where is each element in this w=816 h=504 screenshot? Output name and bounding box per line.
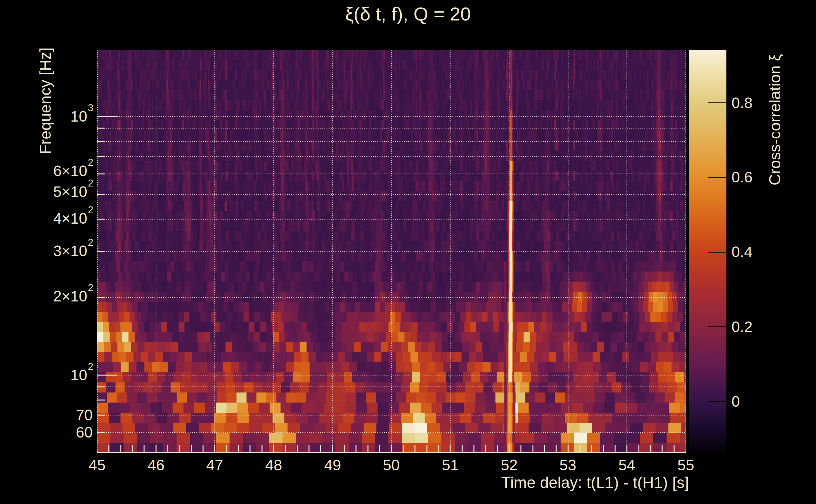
x-tick-47: 47 [189,457,240,474]
colorbar [689,50,727,453]
x-tick-52: 52 [484,457,534,474]
y-tick-200: 2×102 [53,288,93,305]
x-tick-45: 45 [72,457,122,474]
colorbar-tick [708,177,726,178]
x-tick-50: 50 [366,457,417,474]
x-tick-51: 51 [425,457,475,474]
colorbar-label-0.2: 0.2 [732,318,753,335]
y-axis-label: Frequency [Hz] [37,47,54,154]
x-tick-54: 54 [601,457,652,474]
y-tick-600: 6×102 [53,163,93,180]
y-tick-300: 3×102 [53,243,93,260]
x-axis-label: Time delay: t(L1) - t(H1) [s] [501,474,689,491]
y-tick-500: 5×102 [53,183,93,200]
y-tick-60: 60 [76,424,93,441]
colorbar-label-0.4: 0.4 [732,243,753,261]
y-tick-1000: 103 [70,108,93,125]
plot-title: ξ(δ t, f), Q = 20 [0,4,816,25]
figure-page: { "title": "ξ(δ t, f), Q = 20", "x_axis"… [0,0,816,504]
x-tick-55: 55 [661,457,711,474]
x-tick-49: 49 [308,457,358,474]
colorbar-tick [708,401,726,402]
y-tick-70: 70 [76,407,93,424]
colorbar-label-0.6: 0.6 [732,169,753,186]
x-tick-46: 46 [131,457,181,474]
colorbar-tick [708,252,726,253]
x-tick-48: 48 [249,457,299,474]
colorbar-tick [708,102,726,103]
x-tick-53: 53 [543,457,593,474]
colorbar-axis-label: Cross-correlation ξ [767,54,784,186]
y-tick-400: 4×102 [53,210,93,227]
colorbar-label-0: 0 [732,393,740,410]
colorbar-tick [708,326,726,327]
spectrogram-heatmap [97,50,686,453]
y-tick-100: 102 [70,367,93,384]
colorbar-label-0.8: 0.8 [732,95,753,112]
